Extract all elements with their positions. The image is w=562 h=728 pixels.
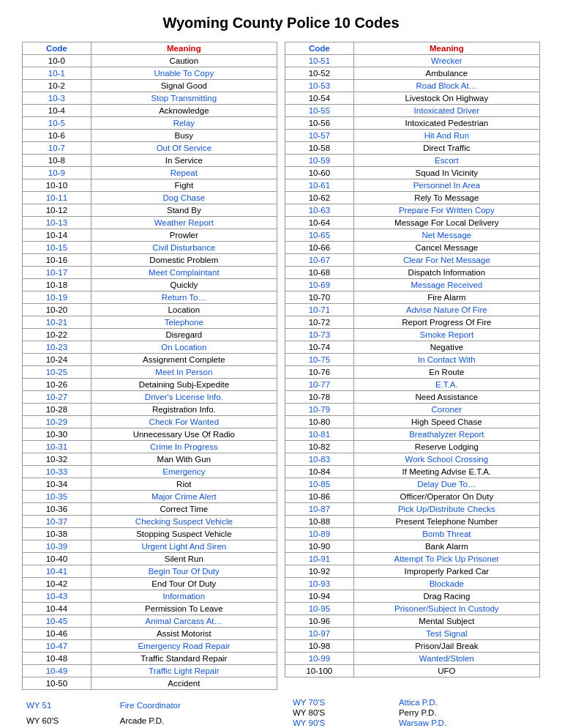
meaning-cell: Clear For Net Message: [353, 254, 539, 267]
meaning-cell: Wrecker: [353, 55, 539, 67]
table-row: 10-87Pick Up/Distribute Checks: [285, 503, 540, 516]
table-row: 10-88Present Telephone Number: [285, 516, 540, 528]
code-cell: 10-13: [23, 217, 91, 229]
meaning-cell: Blockade: [353, 578, 539, 590]
table-row: 10-48Traffic Standard Repair: [23, 653, 277, 665]
code-cell: 10-42: [23, 578, 91, 590]
code-cell: 10-26: [23, 379, 91, 391]
code-cell: 10-37: [23, 516, 91, 528]
table-row: 10-56Intoxicated Pedestrian: [285, 117, 540, 130]
code-cell: 10-79: [285, 404, 354, 416]
table-row: 10-74Negative: [285, 341, 540, 354]
code-cell: 10-76: [285, 366, 354, 379]
table-row: 10-19Return To…: [23, 291, 277, 304]
footer-meaning-cell: Fire Coordinator: [116, 697, 274, 713]
table-row: 10-69Message Received: [285, 279, 540, 291]
footer-code-cell: WY 51: [22, 697, 116, 713]
meaning-cell: Urgent Light And Siren: [91, 541, 277, 553]
table-row: 10-27Driver's License Info.: [23, 391, 277, 404]
meaning-cell: Stand By: [91, 204, 277, 217]
code-cell: 10-31: [23, 441, 91, 453]
table-row: 10-22Disregard: [23, 329, 277, 341]
meaning-cell: Prowler: [91, 229, 277, 242]
code-cell: 10-11: [23, 192, 91, 204]
meaning-cell: Detaining Subj-Expedite: [91, 379, 277, 391]
table-row: 10-1Unable To Copy: [23, 67, 277, 80]
footer-meaning-cell: Perry P.D.: [394, 707, 540, 718]
code-cell: 10-89: [285, 528, 354, 541]
code-cell: 10-20: [23, 304, 91, 316]
meaning-cell: In Service: [91, 155, 277, 167]
code-cell: 10-27: [23, 391, 91, 404]
code-cell: 10-86: [285, 491, 354, 503]
table-row: 10-53Road Block At…: [285, 80, 540, 92]
code-cell: 10-60: [285, 167, 354, 179]
code-cell: 10-85: [285, 478, 354, 491]
code-cell: 10-59: [285, 155, 354, 167]
meaning-cell: Hit And Run: [353, 130, 539, 142]
meaning-cell: Cancel Message: [353, 242, 539, 254]
meaning-cell: Telephone: [91, 316, 277, 329]
meaning-cell: End Tour Of Duty: [91, 578, 277, 590]
meaning-cell: Unnecessary Use Of Radio: [91, 428, 277, 441]
table-row: 10-54Livestock On Highway: [285, 92, 540, 105]
code-cell: 10-93: [285, 578, 354, 590]
code-cell: 10-15: [23, 242, 91, 254]
meaning-cell: Stopping Suspect Vehicle: [91, 528, 277, 541]
table-row: 10-79Coroner: [285, 404, 540, 416]
code-cell: 10-1: [23, 67, 91, 80]
code-cell: 10-56: [285, 117, 354, 130]
meaning-cell: E.T.A.: [353, 379, 539, 391]
table-row: 10-100UFO: [285, 665, 540, 677]
code-cell: 10-12: [23, 204, 91, 217]
table-row: 10-81Breathalyzer Report: [285, 428, 540, 441]
code-cell: 10-28: [23, 404, 91, 416]
meaning-cell: Emergency Road Repair: [91, 640, 277, 653]
code-cell: 10-69: [285, 279, 354, 291]
meaning-cell: Begin Tour Of Duty: [91, 565, 277, 578]
code-cell: 10-90: [285, 541, 354, 553]
table-row: 10-30Unnecessary Use Of Radio: [23, 428, 277, 441]
meaning-cell: On Location: [91, 341, 277, 354]
code-cell: 10-21: [23, 316, 91, 329]
meaning-cell: Riot: [91, 478, 277, 491]
code-cell: 10-39: [23, 541, 91, 553]
code-cell: 10-4: [23, 105, 91, 117]
meaning-cell: Quickly: [91, 279, 277, 291]
footer-section: WY 51Fire CoordinatorWY 60'SArcade P.D. …: [22, 697, 540, 728]
footer-code-cell: WY 70'S: [288, 697, 394, 707]
meaning-cell: Escort: [353, 155, 539, 167]
meaning-cell: Dog Chase: [91, 192, 277, 204]
table-row: 10-58Direct Traffic: [285, 142, 540, 155]
footer-right-table: WY 70'SAttica P.D.WY 80'SPerry P.D.WY 90…: [288, 697, 540, 728]
code-cell: 10-29: [23, 416, 91, 428]
code-cell: 10-75: [285, 354, 354, 366]
table-row: 10-95Prisoner/Subject In Custody: [285, 603, 540, 615]
table-row: 10-18Quickly: [23, 279, 277, 291]
code-cell: 10-61: [285, 179, 354, 192]
table-row: 10-32Man With Gun: [23, 453, 277, 466]
code-cell: 10-47: [23, 640, 91, 653]
meaning-cell: Acknowledge: [91, 105, 277, 117]
table-row: 10-24Assignment Complete: [23, 354, 277, 366]
table-row: 10-47Emergency Road Repair: [23, 640, 277, 653]
code-cell: 10-96: [285, 615, 354, 628]
footer-row: WY 60'SArcade P.D.: [22, 713, 274, 728]
meaning-cell: Animal Carcass At…: [91, 615, 277, 628]
meaning-cell: Breathalyzer Report: [353, 428, 539, 441]
table-row: 10-49Traffic Light Repair: [23, 665, 277, 677]
table-row: 10-64Message For Local Delivery: [285, 217, 540, 229]
meaning-cell: Meet In Person: [91, 366, 277, 379]
code-cell: 10-94: [285, 590, 354, 603]
meaning-cell: Traffic Light Repair: [91, 665, 277, 677]
meaning-cell: Intoxicated Pedestrian: [353, 117, 539, 130]
table-row: 10-38Stopping Suspect Vehicle: [23, 528, 277, 541]
table-row: 10-43Information: [23, 590, 277, 603]
table-row: 10-70Fire Alarm: [285, 291, 540, 304]
code-cell: 10-84: [285, 466, 354, 478]
footer-code-cell: WY 90'S: [288, 718, 394, 728]
footer-meaning-cell: Warsaw P.D.: [394, 718, 540, 728]
table-row: 10-17Meet Complaintant: [23, 267, 277, 279]
meaning-cell: Dispatch Information: [353, 267, 539, 279]
code-cell: 10-49: [23, 665, 91, 677]
